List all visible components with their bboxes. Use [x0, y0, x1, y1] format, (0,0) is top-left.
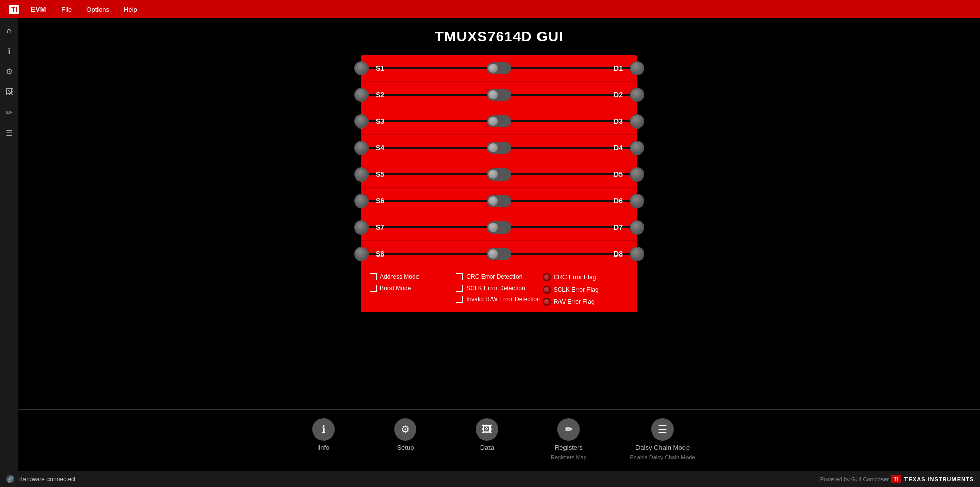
switch-row-s2: S2 D2	[361, 82, 637, 108]
toggle-s3[interactable]	[487, 115, 511, 127]
toggle-thumb-s7	[488, 222, 498, 233]
checkbox-burst-mode-label: Burst Mode	[380, 285, 411, 292]
toggle-s2[interactable]	[487, 89, 511, 101]
label-d6: D6	[614, 197, 623, 205]
checkbox-rw-error-input[interactable]	[456, 296, 463, 303]
flag-dot-rw	[543, 298, 551, 306]
label-d1: D1	[614, 64, 623, 72]
ti-text-bottom: TEXAS INSTRUMENTS	[904, 476, 974, 482]
menu-file[interactable]: File	[58, 4, 75, 15]
checkbox-rw-error: Invalid R/W Error Detection	[456, 296, 542, 303]
controls-col-3: CRC Error Flag SCLK Error Flag R/W Error…	[543, 273, 629, 306]
connector-d8-right[interactable]	[630, 247, 644, 261]
checkbox-crc-error-input[interactable]	[456, 273, 463, 280]
checkbox-sclk-error-input[interactable]	[456, 285, 463, 292]
sidebar-image[interactable]: 🖼	[1, 84, 17, 100]
checkbox-address-mode: Address Mode	[370, 273, 456, 280]
flag-dot-sclk	[543, 286, 551, 294]
label-s2: S2	[376, 91, 384, 99]
main-content: TMUXS7614D GUI S1 D1 S2	[18, 18, 980, 471]
menu-options[interactable]: Options	[83, 4, 112, 15]
toggle-s8[interactable]	[487, 248, 511, 260]
connector-s4-left[interactable]	[354, 141, 369, 155]
connector-s8-left[interactable]	[354, 247, 369, 261]
toggle-s1[interactable]	[487, 62, 511, 74]
toggle-s7[interactable]	[487, 221, 511, 234]
nav-data-label: Data	[480, 444, 494, 451]
nav-daisy-chain[interactable]: ☰ Daisy Chain Mode Enable Daisy Chain Mo…	[630, 418, 695, 460]
label-d3: D3	[614, 117, 623, 125]
sidebar-settings[interactable]: ⚙	[1, 63, 17, 80]
nav-setup[interactable]: ⚙ Setup	[385, 418, 426, 451]
nav-data[interactable]: 🖼 Data	[467, 418, 507, 451]
ti-badge-bottom: TI	[891, 475, 901, 483]
label-d8: D8	[614, 250, 623, 258]
controls-section: Address Mode Burst Mode CRC Error Detect…	[361, 267, 637, 312]
checkbox-burst-mode: Burst Mode	[370, 285, 456, 292]
connector-d3-right[interactable]	[630, 114, 644, 129]
controls-col-2: CRC Error Detection SCLK Error Detection…	[456, 273, 542, 306]
label-d4: D4	[614, 144, 623, 152]
switch-row-s6: S6 D6	[361, 188, 637, 214]
toggle-thumb-s1	[488, 63, 498, 73]
toggle-thumb-s3	[488, 116, 498, 126]
checkbox-crc-error-label: CRC Error Detection	[466, 273, 522, 280]
checkbox-burst-mode-input[interactable]	[370, 285, 377, 292]
connector-d5-right[interactable]	[630, 167, 644, 182]
nav-setup-label: Setup	[397, 444, 414, 451]
toggle-s4[interactable]	[487, 142, 511, 154]
ti-logo: TI	[6, 1, 22, 17]
connector-d7-right[interactable]	[630, 220, 644, 235]
connector-s6-left[interactable]	[354, 194, 369, 208]
checkbox-address-mode-input[interactable]	[370, 273, 377, 280]
powered-by: Powered by GUI Composer	[820, 476, 889, 482]
checkbox-rw-error-label: Invalid R/W Error Detection	[466, 296, 540, 303]
nav-registers-sublabel: Registers Map	[551, 454, 587, 460]
connector-s7-left[interactable]	[354, 220, 369, 235]
connector-s5-left[interactable]	[354, 167, 369, 182]
toggle-s5[interactable]	[487, 168, 511, 181]
status-message: Hardware connected.	[18, 476, 77, 483]
sidebar-info[interactable]: ℹ	[1, 43, 17, 59]
connector-d2-right[interactable]	[630, 88, 644, 102]
connector-d4-right[interactable]	[630, 141, 644, 155]
connector-d1-right[interactable]	[630, 61, 644, 75]
nav-registers-label: Registers	[555, 444, 583, 451]
sidebar-home[interactable]: ⌂	[1, 22, 17, 39]
checkbox-sclk-error: SCLK Error Detection	[456, 285, 542, 292]
switch-row-s4: S4 D4	[361, 135, 637, 161]
sidebar-edit[interactable]: ✏	[1, 104, 17, 120]
toggle-s6[interactable]	[487, 195, 511, 207]
sidebar-list[interactable]: ☰	[1, 124, 17, 141]
nav-registers-icon: ✏	[557, 418, 580, 441]
label-d7: D7	[614, 223, 623, 232]
connector-s1-left[interactable]	[354, 61, 369, 75]
nav-registers[interactable]: ✏ Registers Registers Map	[548, 418, 589, 460]
ti-badge: TI	[9, 5, 19, 14]
flag-dot-crc	[543, 273, 551, 281]
switch-row-s5: S5 D5	[361, 161, 637, 188]
sidebar: ⌂ ℹ ⚙ 🖼 ✏ ☰	[0, 18, 18, 471]
label-d2: D2	[614, 91, 623, 99]
label-s7: S7	[376, 223, 384, 232]
connector-s2-left[interactable]	[354, 88, 369, 102]
connector-d6-right[interactable]	[630, 194, 644, 208]
nav-info[interactable]: ℹ Info	[303, 418, 344, 451]
label-s6: S6	[376, 197, 384, 205]
label-s5: S5	[376, 170, 384, 178]
switch-panel: S1 D1 S2 D2 S3	[361, 55, 637, 312]
nav-daisy-chain-icon: ☰	[651, 418, 674, 441]
switch-row-s3: S3 D3	[361, 108, 637, 135]
label-s4: S4	[376, 144, 384, 152]
label-d5: D5	[614, 170, 623, 178]
checkbox-sclk-error-label: SCLK Error Detection	[466, 285, 525, 292]
toggle-thumb-s5	[488, 169, 498, 180]
ti-logo-bottom: TI TEXAS INSTRUMENTS	[891, 475, 974, 483]
flag-sclk: SCLK Error Flag	[543, 286, 629, 294]
nav-daisy-chain-label: Daisy Chain Mode	[635, 444, 690, 451]
menu-help[interactable]: Help	[120, 4, 140, 15]
connector-s3-left[interactable]	[354, 114, 369, 129]
flag-rw-label: R/W Error Flag	[554, 298, 595, 305]
label-s3: S3	[376, 117, 384, 125]
status-link-icon: 🔗	[6, 475, 14, 483]
